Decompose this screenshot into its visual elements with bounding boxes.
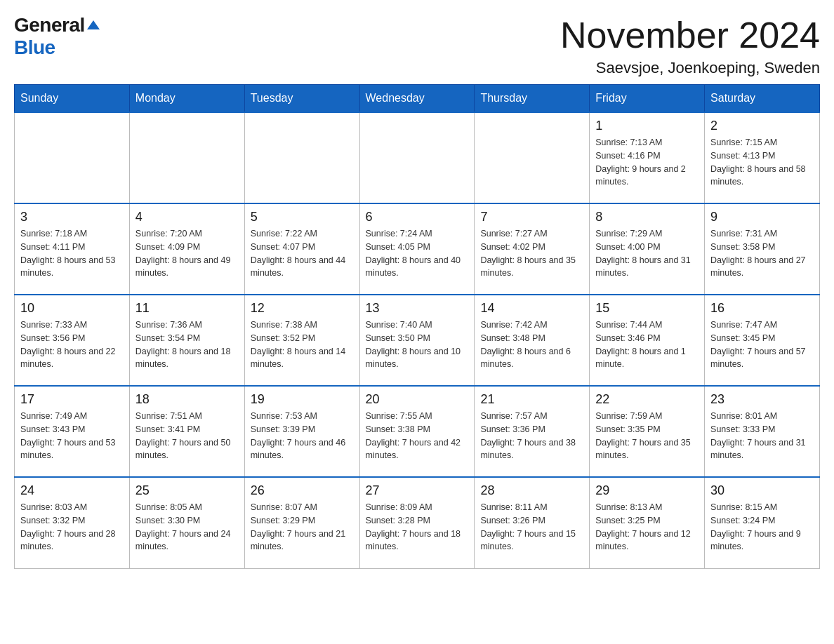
month-title: November 2024 [560,14,820,56]
day-number: 17 [20,392,124,407]
day-number: 21 [480,392,583,407]
day-number: 24 [20,483,124,498]
calendar-cell [244,112,359,203]
day-number: 6 [366,210,469,224]
day-info: Sunrise: 7:55 AMSunset: 3:38 PMDaylight:… [366,410,469,462]
weekday-header-tuesday: Tuesday [244,85,359,113]
calendar-cell [15,112,130,203]
weekday-header-sunday: Sunday [15,85,130,113]
title-area: November 2024 Saevsjoe, Joenkoeping, Swe… [560,14,820,77]
day-info: Sunrise: 7:29 AMSunset: 4:00 PMDaylight:… [595,227,699,280]
day-number: 5 [251,210,354,224]
calendar-cell: 3Sunrise: 7:18 AMSunset: 4:11 PMDaylight… [15,203,130,295]
day-info: Sunrise: 8:01 AMSunset: 3:33 PMDaylight:… [710,410,814,462]
day-number: 30 [710,483,814,498]
day-number: 22 [595,392,699,407]
day-info: Sunrise: 7:15 AMSunset: 4:13 PMDaylight:… [710,136,814,189]
day-number: 7 [480,210,583,224]
calendar-cell: 1Sunrise: 7:13 AMSunset: 4:16 PMDaylight… [590,112,705,203]
day-info: Sunrise: 8:09 AMSunset: 3:28 PMDaylight:… [366,501,469,554]
day-number: 29 [595,483,699,498]
calendar-cell: 23Sunrise: 8:01 AMSunset: 3:33 PMDayligh… [705,386,820,477]
day-number: 26 [251,483,354,498]
day-number: 3 [20,210,124,224]
day-info: Sunrise: 7:44 AMSunset: 3:46 PMDaylight:… [595,318,699,371]
calendar-cell: 15Sunrise: 7:44 AMSunset: 3:46 PMDayligh… [590,295,705,386]
day-number: 8 [595,210,699,224]
calendar-cell: 19Sunrise: 7:53 AMSunset: 3:39 PMDayligh… [244,386,359,477]
day-info: Sunrise: 7:53 AMSunset: 3:39 PMDaylight:… [251,410,354,462]
day-info: Sunrise: 7:31 AMSunset: 3:58 PMDaylight:… [710,227,814,280]
day-info: Sunrise: 7:20 AMSunset: 4:09 PMDaylight:… [135,227,239,280]
day-number: 28 [480,483,583,498]
day-number: 20 [366,392,469,407]
calendar-week-5: 24Sunrise: 8:03 AMSunset: 3:32 PMDayligh… [15,477,820,568]
day-info: Sunrise: 7:42 AMSunset: 3:48 PMDaylight:… [480,318,583,371]
day-info: Sunrise: 8:15 AMSunset: 3:24 PMDaylight:… [710,501,814,554]
calendar-week-4: 17Sunrise: 7:49 AMSunset: 3:43 PMDayligh… [15,386,820,477]
calendar-cell: 4Sunrise: 7:20 AMSunset: 4:09 PMDaylight… [129,203,244,295]
day-number: 15 [595,301,699,316]
calendar-table: SundayMondayTuesdayWednesdayThursdayFrid… [14,84,820,569]
logo-triangle2-icon [93,20,100,29]
day-info: Sunrise: 7:49 AMSunset: 3:43 PMDaylight:… [20,410,124,462]
calendar-cell: 30Sunrise: 8:15 AMSunset: 3:24 PMDayligh… [705,477,820,568]
day-info: Sunrise: 7:24 AMSunset: 4:05 PMDaylight:… [366,227,469,280]
calendar-cell: 5Sunrise: 7:22 AMSunset: 4:07 PMDaylight… [244,203,359,295]
calendar-cell [129,112,244,203]
calendar-week-1: 1Sunrise: 7:13 AMSunset: 4:16 PMDaylight… [15,112,820,203]
day-info: Sunrise: 7:18 AMSunset: 4:11 PMDaylight:… [20,227,124,280]
day-number: 11 [135,301,239,316]
day-number: 2 [710,119,814,133]
calendar-cell: 28Sunrise: 8:11 AMSunset: 3:26 PMDayligh… [475,477,590,568]
day-info: Sunrise: 8:05 AMSunset: 3:30 PMDaylight:… [135,501,239,554]
day-info: Sunrise: 7:13 AMSunset: 4:16 PMDaylight:… [595,136,699,189]
day-number: 19 [251,392,354,407]
calendar-cell: 21Sunrise: 7:57 AMSunset: 3:36 PMDayligh… [475,386,590,477]
calendar-cell: 29Sunrise: 8:13 AMSunset: 3:25 PMDayligh… [590,477,705,568]
day-info: Sunrise: 7:59 AMSunset: 3:35 PMDaylight:… [595,410,699,462]
day-number: 16 [710,301,814,316]
calendar-cell: 25Sunrise: 8:05 AMSunset: 3:30 PMDayligh… [129,477,244,568]
day-info: Sunrise: 8:11 AMSunset: 3:26 PMDaylight:… [480,501,583,554]
calendar-cell: 10Sunrise: 7:33 AMSunset: 3:56 PMDayligh… [15,295,130,386]
calendar-cell: 18Sunrise: 7:51 AMSunset: 3:41 PMDayligh… [129,386,244,477]
calendar-cell: 7Sunrise: 7:27 AMSunset: 4:02 PMDaylight… [475,203,590,295]
calendar-cell [475,112,590,203]
weekday-header-saturday: Saturday [705,85,820,113]
calendar-week-3: 10Sunrise: 7:33 AMSunset: 3:56 PMDayligh… [15,295,820,386]
calendar-cell: 27Sunrise: 8:09 AMSunset: 3:28 PMDayligh… [359,477,475,568]
day-info: Sunrise: 7:27 AMSunset: 4:02 PMDaylight:… [480,227,583,280]
day-info: Sunrise: 8:03 AMSunset: 3:32 PMDaylight:… [20,501,124,554]
day-info: Sunrise: 7:51 AMSunset: 3:41 PMDaylight:… [135,410,239,462]
calendar-cell: 16Sunrise: 7:47 AMSunset: 3:45 PMDayligh… [705,295,820,386]
day-info: Sunrise: 7:36 AMSunset: 3:54 PMDaylight:… [135,318,239,371]
weekday-header-wednesday: Wednesday [359,85,475,113]
logo-blue-text: Blue [14,36,55,58]
weekday-header-thursday: Thursday [475,85,590,113]
day-number: 25 [135,483,239,498]
day-info: Sunrise: 8:07 AMSunset: 3:29 PMDaylight:… [251,501,354,554]
day-info: Sunrise: 8:13 AMSunset: 3:25 PMDaylight:… [595,501,699,554]
day-number: 23 [710,392,814,407]
day-info: Sunrise: 7:22 AMSunset: 4:07 PMDaylight:… [251,227,354,280]
calendar-cell: 9Sunrise: 7:31 AMSunset: 3:58 PMDaylight… [705,203,820,295]
day-number: 12 [251,301,354,316]
day-number: 13 [366,301,469,316]
day-info: Sunrise: 7:38 AMSunset: 3:52 PMDaylight:… [251,318,354,371]
day-info: Sunrise: 7:47 AMSunset: 3:45 PMDaylight:… [710,318,814,371]
day-info: Sunrise: 7:40 AMSunset: 3:50 PMDaylight:… [366,318,469,371]
calendar-cell: 14Sunrise: 7:42 AMSunset: 3:48 PMDayligh… [475,295,590,386]
calendar-cell: 13Sunrise: 7:40 AMSunset: 3:50 PMDayligh… [359,295,475,386]
page-header: General Blue November 2024 Saevsjoe, Joe… [14,14,820,77]
calendar-week-2: 3Sunrise: 7:18 AMSunset: 4:11 PMDaylight… [15,203,820,295]
calendar-cell: 26Sunrise: 8:07 AMSunset: 3:29 PMDayligh… [244,477,359,568]
calendar-cell: 20Sunrise: 7:55 AMSunset: 3:38 PMDayligh… [359,386,475,477]
calendar-cell: 17Sunrise: 7:49 AMSunset: 3:43 PMDayligh… [15,386,130,477]
calendar-cell [359,112,475,203]
logo: General Blue [14,14,100,59]
day-number: 18 [135,392,239,407]
calendar-header-row: SundayMondayTuesdayWednesdayThursdayFrid… [15,85,820,113]
calendar-cell: 2Sunrise: 7:15 AMSunset: 4:13 PMDaylight… [705,112,820,203]
day-number: 10 [20,301,124,316]
